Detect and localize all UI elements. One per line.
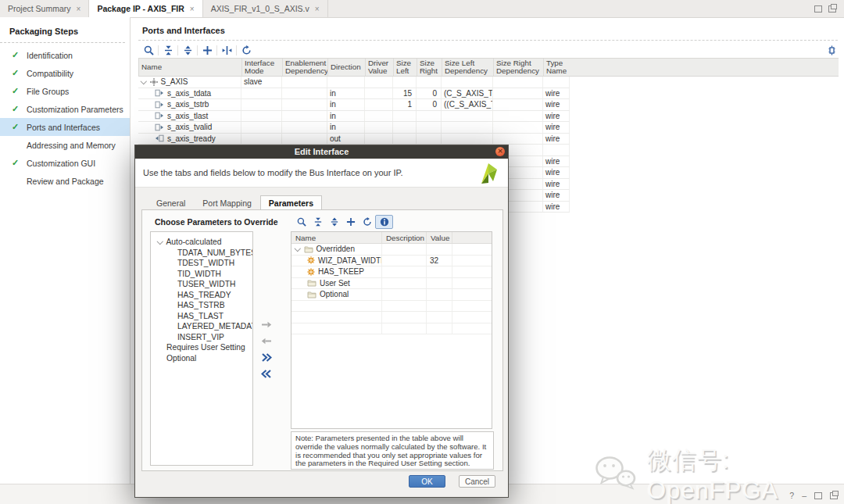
column-header[interactable]: Interface Mode: [242, 59, 283, 76]
cell-value[interactable]: [427, 266, 452, 277]
cell-value[interactable]: [427, 244, 452, 255]
column-header[interactable]: Direction: [328, 59, 366, 76]
sidebar-item-compatibility[interactable]: ✓Compatibility: [0, 64, 130, 82]
add-icon[interactable]: [342, 216, 359, 228]
tree-item[interactable]: INSERT_VIP: [151, 332, 252, 343]
tab-port-mapping[interactable]: Port Mapping: [194, 195, 259, 210]
cell-value[interactable]: [427, 289, 452, 300]
search-icon[interactable]: [141, 43, 156, 57]
cell-size_right: [417, 77, 442, 88]
cell-name-label: s_axis_tstrb: [167, 100, 209, 109]
sidebar-item-file-groups[interactable]: ✓File Groups: [0, 82, 130, 100]
column-header[interactable]: Value: [427, 232, 452, 243]
tree-item[interactable]: Requires User Setting: [151, 342, 252, 353]
params-row[interactable]: User Set: [291, 278, 492, 290]
tree-item-label: HAS_TREADY: [177, 291, 231, 299]
collapse-all-icon[interactable]: [309, 216, 326, 228]
tree-item[interactable]: TID_WIDTH: [151, 269, 252, 280]
tree-item-label: Auto-calculated: [166, 238, 222, 246]
move-all-right-icon[interactable]: [259, 351, 274, 363]
tree-item[interactable]: TDATA_NUM_BYTES: [151, 248, 252, 259]
cell-direction: in: [327, 122, 365, 133]
cell-value[interactable]: 32: [427, 256, 452, 266]
cell-empty: [382, 312, 427, 323]
merge-icon[interactable]: [219, 43, 234, 57]
cell-size_right: 0: [417, 99, 442, 110]
table-row[interactable]: s_axis_treadyoutwire: [138, 134, 570, 145]
tree-item[interactable]: HAS_TREADY: [151, 290, 252, 301]
tab-parameters[interactable]: Parameters: [260, 195, 322, 210]
table-customize-icon[interactable]: [827, 45, 837, 59]
move-all-left-icon[interactable]: [259, 367, 274, 380]
watermark-text: 微信号: OpenFPGA: [647, 444, 844, 504]
check-icon: ✓: [11, 86, 20, 96]
table-row[interactable]: S_AXISslave: [138, 77, 570, 88]
column-header[interactable]: Name: [139, 59, 242, 76]
tree-item[interactable]: HAS_TLAST: [151, 311, 252, 322]
move-left-icon[interactable]: [259, 334, 274, 347]
tab-project-summary[interactable]: Project Summary ×: [0, 0, 89, 17]
maximize-icon[interactable]: [814, 5, 822, 13]
params-row[interactable]: HAS_TKEEP: [291, 266, 492, 278]
tree-item[interactable]: Optional: [151, 353, 252, 364]
column-header[interactable]: Enablement Dependency: [283, 59, 328, 76]
cell-value[interactable]: [427, 278, 452, 289]
ok-button[interactable]: OK: [409, 475, 445, 488]
tree-item[interactable]: LAYERED_METADATA: [151, 321, 252, 332]
column-header[interactable]: Name: [291, 232, 382, 243]
close-icon[interactable]: ×: [77, 5, 81, 13]
tree-item-label: HAS_TLAST: [177, 312, 224, 320]
sidebar-item-customization-gui[interactable]: ✓Customization GUI: [0, 154, 130, 172]
dialog-titlebar[interactable]: Edit Interface ✕: [135, 145, 508, 159]
refresh-icon[interactable]: [359, 216, 375, 228]
close-icon[interactable]: ×: [190, 5, 195, 13]
close-icon[interactable]: ✕: [495, 147, 505, 156]
info-icon[interactable]: [375, 215, 393, 229]
tree-item[interactable]: Auto-calculated: [151, 237, 252, 248]
column-header[interactable]: Driver Value: [366, 59, 394, 76]
params-toolbar: [293, 215, 393, 229]
chevron-down-icon[interactable]: [157, 238, 163, 245]
expand-all-icon[interactable]: [326, 216, 342, 228]
collapse-all-icon[interactable]: [160, 43, 176, 57]
folder-icon: [304, 245, 313, 253]
tab-general[interactable]: General: [148, 195, 194, 210]
table-row[interactable]: s_axis_tdatain150(C_S_AXIS_TDAwire: [138, 88, 570, 100]
table-row[interactable]: s_axis_tlastinwire: [138, 111, 570, 123]
column-header[interactable]: Size Right: [417, 59, 442, 76]
chevron-down-icon[interactable]: [141, 78, 147, 84]
column-header[interactable]: Size Left Dependency: [442, 59, 494, 76]
float-window-icon[interactable]: [828, 5, 836, 13]
sidebar-item-addressing-and-memory[interactable]: Addressing and Memory: [0, 136, 130, 154]
tree-item[interactable]: TUSER_WIDTH: [151, 279, 252, 290]
table-row[interactable]: s_axis_tvalidinwire: [138, 122, 570, 134]
tree-item[interactable]: TDEST_WIDTH: [151, 258, 252, 269]
sidebar-item-customization-parameters[interactable]: ✓Customization Parameters: [0, 100, 130, 118]
chevron-down-icon[interactable]: [295, 245, 301, 252]
table-row[interactable]: s_axis_tstrbin10((C_S_AXIS_TDwire: [138, 99, 570, 111]
cell-mode: [241, 111, 282, 122]
cell-size_right_dep: [493, 122, 543, 133]
close-icon[interactable]: ×: [315, 5, 320, 13]
move-right-icon[interactable]: [259, 318, 274, 331]
tab-package-ip[interactable]: Package IP - AXIS_FIR ×: [89, 0, 202, 17]
params-row[interactable]: WIZ_DATA_WIDTH32: [291, 256, 492, 267]
sidebar-item-ports-and-interfaces[interactable]: ✓Ports and Interfaces: [0, 118, 130, 136]
sidebar-item-review-and-package[interactable]: Review and Package: [0, 172, 130, 190]
params-row[interactable]: Overridden: [291, 244, 492, 256]
params-row[interactable]: Optional: [291, 289, 492, 301]
sidebar-item-identification[interactable]: ✓Identification: [0, 46, 130, 64]
refresh-icon[interactable]: [238, 43, 254, 57]
expand-all-icon[interactable]: [180, 43, 195, 57]
search-icon[interactable]: [293, 216, 309, 228]
add-icon[interactable]: [199, 43, 215, 57]
column-header[interactable]: Size Left: [394, 59, 417, 76]
cell-filler: [452, 266, 492, 277]
tree-item[interactable]: HAS_TSTRB: [151, 300, 252, 311]
column-header[interactable]: Description: [382, 232, 427, 243]
tab-source-file[interactable]: AXIS_FIR_v1_0_S_AXIS.v ×: [203, 0, 328, 17]
cancel-button[interactable]: Cancel: [459, 475, 495, 488]
column-header[interactable]: Type Name: [544, 59, 570, 76]
column-header[interactable]: Size Right Dependency: [494, 59, 544, 76]
cell-name: s_axis_tstrb: [138, 99, 241, 110]
